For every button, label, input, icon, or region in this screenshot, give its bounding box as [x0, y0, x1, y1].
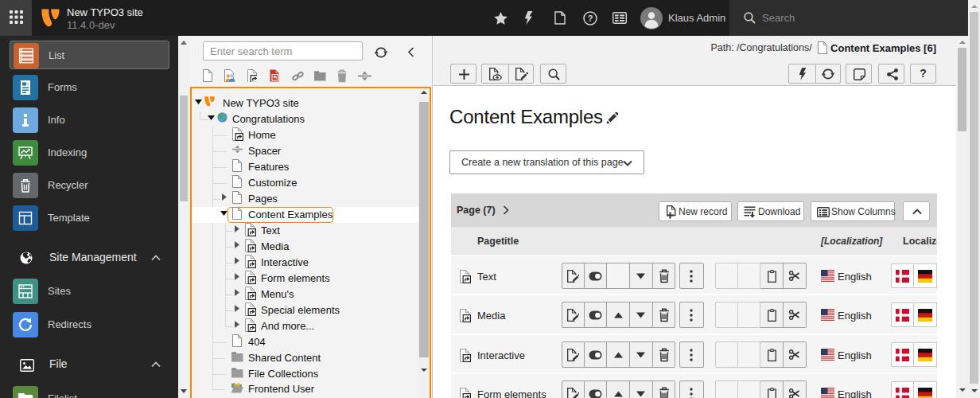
- svg-text:?: ?: [588, 14, 593, 23]
